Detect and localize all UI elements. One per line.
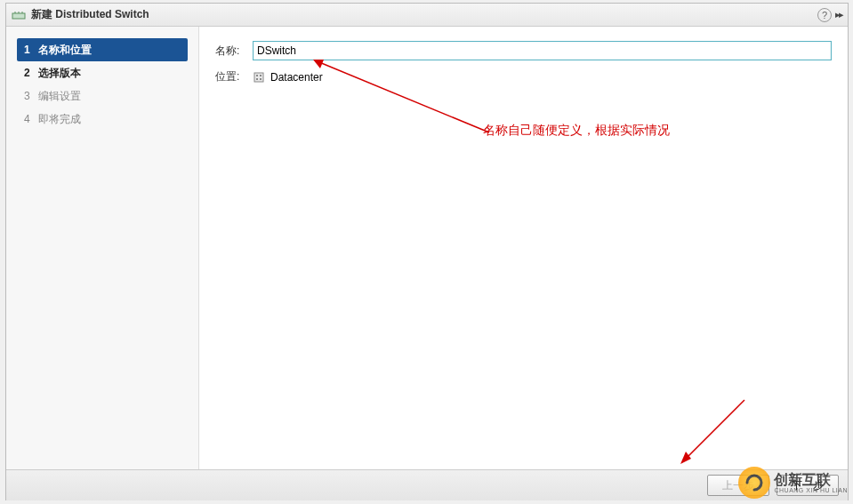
expand-icon[interactable]: ▸▸ [835,9,842,20]
svg-rect-7 [256,78,258,80]
name-label: 名称: [215,44,253,59]
back-button[interactable]: 上一步 [707,475,769,496]
wizard-footer: 上一步 下一步 [6,469,848,500]
step-label: 即将完成 [38,112,81,127]
svg-rect-0 [12,13,25,19]
switch-icon [12,8,26,22]
dialog-title: 新建 Distributed Switch [31,7,817,22]
location-label: 位置: [215,69,253,84]
location-value: Datacenter [253,71,323,84]
row-location: 位置: Datacenter [215,69,832,84]
dialog-body: 1 名称和位置 2 选择版本 3 编辑设置 4 即将完成 名称: 位置: [6,27,848,469]
next-button[interactable]: 下一步 [777,475,839,496]
location-text: Datacenter [270,71,323,84]
wizard-sidebar: 1 名称和位置 2 选择版本 3 编辑设置 4 即将完成 [6,27,199,469]
step-label: 编辑设置 [38,89,81,104]
step-label: 名称和位置 [38,43,92,58]
step-label: 选择版本 [38,66,81,81]
step-edit-settings[interactable]: 3 编辑设置 [17,84,188,108]
step-select-version[interactable]: 2 选择版本 [17,61,188,84]
help-icon[interactable]: ? [817,8,832,22]
svg-rect-5 [256,75,258,76]
step-ready-complete[interactable]: 4 即将完成 [17,108,188,131]
wizard-content: 名称: 位置: Datacenter [199,27,848,469]
step-name-location[interactable]: 1 名称和位置 [17,38,188,61]
svg-rect-6 [260,75,262,76]
titlebar: 新建 Distributed Switch ? ▸▸ [6,4,848,27]
wizard-dialog: 新建 Distributed Switch ? ▸▸ 1 名称和位置 2 选择版… [5,3,849,500]
datacenter-icon [253,71,265,84]
annotation-text: 名称自己随便定义，根据实际情况 [483,123,670,139]
row-name: 名称: [215,41,832,60]
titlebar-controls: ? ▸▸ [817,8,842,22]
svg-rect-8 [260,78,262,80]
svg-rect-4 [254,73,263,82]
name-input[interactable] [253,41,832,60]
